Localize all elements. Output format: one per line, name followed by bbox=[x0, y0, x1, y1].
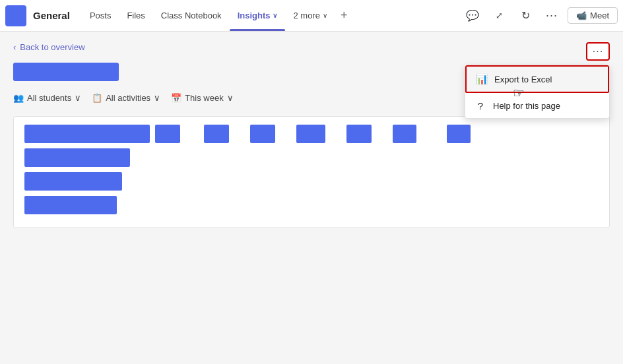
students-icon: 👥 bbox=[13, 93, 24, 103]
bar-row-3 bbox=[24, 196, 117, 214]
more-menu-button[interactable]: ··· bbox=[586, 42, 610, 61]
excel-icon: 📊 bbox=[476, 73, 488, 85]
bar-segment-1 bbox=[155, 125, 180, 143]
content-area: ‹ Back to overview 👥 All students ∨ 📋 Al… bbox=[0, 32, 623, 364]
tab-posts[interactable]: Posts bbox=[82, 0, 119, 31]
top-bar: General Posts Files Class Notebook Insig… bbox=[0, 0, 623, 32]
all-students-filter[interactable]: 👥 All students ∨ bbox=[13, 93, 81, 103]
back-link-text: Back to overview bbox=[20, 42, 84, 52]
tab-class-notebook[interactable]: Class Notebook bbox=[153, 0, 230, 31]
bar-segment-3 bbox=[250, 125, 275, 143]
app-icon bbox=[5, 5, 26, 26]
meet-button[interactable]: 📹 Meet bbox=[568, 7, 618, 24]
chat-icon-button[interactable]: 💬 bbox=[462, 5, 483, 26]
dropdown-menu: 📊 Export to Excel ? Help for this page ☞ bbox=[465, 65, 610, 119]
chat-icon: 💬 bbox=[466, 9, 479, 22]
chart-row-3 bbox=[24, 196, 599, 214]
add-tab-button[interactable]: + bbox=[335, 9, 353, 22]
bar-row-1 bbox=[24, 148, 130, 167]
tab-more[interactable]: 2 more ∨ bbox=[285, 0, 335, 31]
help-label: Help for this page bbox=[493, 101, 560, 111]
refresh-icon-button[interactable]: ↻ bbox=[515, 5, 536, 26]
chart-top-row bbox=[24, 125, 599, 143]
meet-icon: 📹 bbox=[576, 11, 587, 20]
bar-segment-7 bbox=[447, 125, 471, 143]
bar-segment-2 bbox=[204, 125, 229, 143]
chart-row-2 bbox=[24, 172, 599, 191]
activities-icon: 📋 bbox=[92, 93, 102, 103]
week-chevron: ∨ bbox=[227, 93, 234, 103]
help-icon: ? bbox=[475, 100, 486, 111]
more-actions-button[interactable]: ··· bbox=[541, 5, 562, 26]
expand-icon-button[interactable]: ⤢ bbox=[488, 5, 509, 26]
activities-chevron: ∨ bbox=[154, 93, 160, 103]
insights-chevron: ∨ bbox=[273, 12, 277, 19]
week-icon: 📅 bbox=[171, 93, 181, 103]
chart-row-1 bbox=[24, 148, 599, 167]
students-label: All students bbox=[27, 93, 71, 103]
bar-row-2 bbox=[24, 172, 122, 191]
channel-name: General bbox=[33, 10, 70, 21]
back-link[interactable]: ‹ Back to overview bbox=[13, 42, 610, 52]
export-to-excel-item[interactable]: 📊 Export to Excel bbox=[465, 65, 609, 93]
students-chevron: ∨ bbox=[75, 93, 81, 103]
all-activities-filter[interactable]: 📋 All activities ∨ bbox=[92, 93, 160, 103]
bar-segment-6 bbox=[393, 125, 416, 143]
export-label: Export to Excel bbox=[494, 75, 552, 84]
help-item[interactable]: ? Help for this page bbox=[465, 93, 609, 118]
tab-insights[interactable]: Insights ∨ bbox=[230, 0, 286, 31]
activities-label: All activities bbox=[106, 93, 150, 103]
more-actions-icon: ··· bbox=[546, 9, 558, 22]
bar-segment-5 bbox=[346, 125, 372, 143]
chart-area bbox=[13, 116, 610, 228]
tab-list: Posts Files Class Notebook Insights ∨ 2 … bbox=[82, 0, 462, 31]
top-bar-actions: 💬 ⤢ ↻ ··· 📹 Meet bbox=[462, 5, 618, 26]
more-menu-icon: ··· bbox=[593, 46, 603, 57]
refresh-icon: ↻ bbox=[521, 9, 530, 22]
title-placeholder bbox=[13, 63, 119, 81]
week-label: This week bbox=[185, 93, 224, 103]
this-week-filter[interactable]: 📅 This week ∨ bbox=[171, 93, 234, 103]
bar-segment-0 bbox=[24, 125, 150, 143]
tab-files[interactable]: Files bbox=[119, 0, 152, 31]
bar-segment-4 bbox=[296, 125, 325, 143]
expand-icon: ⤢ bbox=[496, 11, 503, 20]
meet-label: Meet bbox=[590, 11, 609, 20]
more-chevron: ∨ bbox=[323, 12, 327, 19]
back-icon: ‹ bbox=[13, 42, 16, 52]
